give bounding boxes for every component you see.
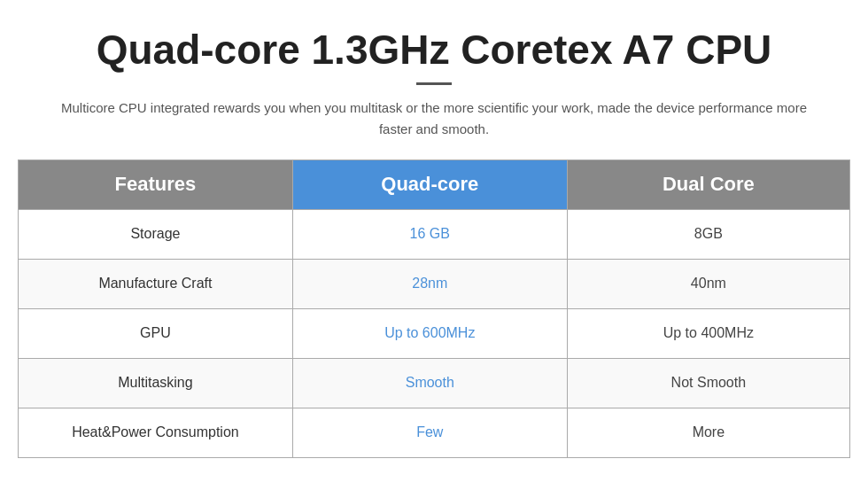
table-row: MultitaskingSmoothNot Smooth [19, 358, 850, 408]
col-header-quadcore: Quad-core [292, 159, 567, 209]
table-body: Storage16 GB8GBManufacture Craft28nm40nm… [19, 209, 850, 457]
cell-feature: Manufacture Craft [19, 259, 293, 308]
table-header-row: Features Quad-core Dual Core [19, 159, 850, 209]
table-row: Heat&Power ConsumptionFewMore [19, 408, 850, 457]
cell-dualcore: More [567, 408, 849, 457]
cell-dualcore: Up to 400MHz [567, 308, 849, 358]
table-row: Manufacture Craft28nm40nm [19, 259, 850, 308]
cell-feature: Storage [19, 209, 293, 259]
cell-feature: Multitasking [19, 358, 293, 408]
cell-dualcore: Not Smooth [567, 358, 849, 408]
table-row: GPUUp to 600MHzUp to 400MHz [19, 308, 850, 358]
cell-quadcore: Smooth [292, 358, 567, 408]
col-header-features: Features [19, 159, 293, 209]
comparison-table: Features Quad-core Dual Core Storage16 G… [18, 159, 850, 458]
page-title: Quad-core 1.3GHz Coretex A7 CPU [97, 27, 772, 74]
page-subtitle: Multicore CPU integrated rewards you whe… [53, 97, 815, 140]
cell-quadcore: Up to 600MHz [292, 308, 567, 358]
title-divider [416, 82, 452, 85]
col-header-dualcore: Dual Core [567, 159, 849, 209]
table-row: Storage16 GB8GB [19, 209, 850, 259]
cell-dualcore: 8GB [567, 209, 849, 259]
cell-quadcore: Few [292, 408, 567, 457]
cell-dualcore: 40nm [567, 259, 849, 308]
cell-quadcore: 28nm [292, 259, 567, 308]
cell-feature: GPU [19, 308, 293, 358]
cell-quadcore: 16 GB [292, 209, 567, 259]
cell-feature: Heat&Power Consumption [19, 408, 293, 457]
